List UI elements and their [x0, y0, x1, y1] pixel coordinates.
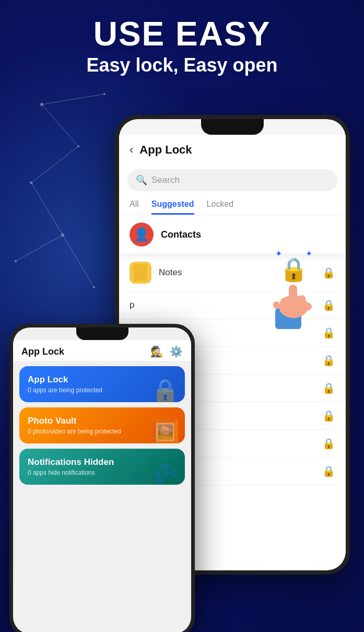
lock-icon-7: 🔒: [322, 409, 335, 422]
phone-front-screen: App Lock 🕵️ ⚙️ App Lock 0 apps are being…: [13, 327, 191, 632]
header-subtitle: Easy lock, Easy open: [0, 54, 364, 76]
notifications-hidden-icon: 💤: [151, 460, 180, 485]
hand-pointer-icon: [265, 279, 322, 339]
back-arrow-icon[interactable]: ‹: [130, 143, 133, 157]
interaction-overlay: ✦ ✦ 🔒: [265, 256, 322, 339]
lock-icon-4: 🔒: [322, 326, 335, 339]
photo-vault-card[interactable]: Photo Vault 0 photo/video are being prot…: [19, 407, 185, 443]
app-lock-card[interactable]: App Lock 0 apps are being protected 🔒: [19, 366, 185, 402]
notes-lock-icon: 🔒: [322, 266, 335, 279]
svg-rect-15: [289, 285, 297, 306]
phone-front-notch: [76, 327, 128, 340]
lock-icon-5: 🔒: [322, 354, 335, 367]
phone-back-notch: [201, 119, 264, 135]
phone-front-header: App Lock 🕵️ ⚙️: [13, 340, 191, 361]
search-bar[interactable]: 🔍 Search: [127, 169, 337, 191]
contacts-app-icon: 👤: [130, 223, 154, 247]
notes-icon-inner: [134, 264, 147, 281]
app-lock-card-icon: 🔒: [151, 377, 180, 402]
svg-rect-17: [280, 298, 288, 308]
svg-point-19: [301, 302, 312, 311]
dashboard-cards: App Lock 0 apps are being protected 🔒 Ph…: [13, 361, 191, 632]
contacts-app-name: Contacts: [161, 229, 335, 240]
tab-all[interactable]: All: [130, 200, 139, 215]
search-placeholder: Search: [151, 175, 180, 185]
front-header-icons: 🕵️ ⚙️: [150, 345, 183, 358]
lock-icon-9: 🔒: [322, 465, 335, 477]
lock-icon-6: 🔒: [322, 382, 335, 394]
app-lock-screen-title: App Lock: [139, 143, 192, 157]
notes-app-icon: [130, 262, 151, 284]
phone-front-title: App Lock: [21, 346, 64, 357]
tabs: All Suggested Locked: [119, 195, 346, 215]
phone-front: App Lock 🕵️ ⚙️ App Lock 0 apps are being…: [9, 324, 195, 632]
notifications-hidden-card[interactable]: Notifications Hidden 0 apps hide notific…: [19, 449, 185, 485]
header: USE EASY Easy lock, Easy open: [0, 16, 364, 76]
svg-rect-18: [273, 301, 279, 309]
person-icon: 👤: [134, 227, 149, 242]
lock-icon-8: 🔒: [322, 437, 335, 450]
lock-icon-3: 🔒: [322, 299, 335, 311]
app-lock-header: ‹ App Lock: [119, 135, 346, 165]
tab-locked[interactable]: Locked: [207, 200, 234, 215]
settings-icon[interactable]: ⚙️: [170, 345, 183, 358]
tab-suggested[interactable]: Suggested: [151, 200, 194, 215]
incognito-icon[interactable]: 🕵️: [150, 345, 163, 358]
animated-lock-icon: ✦ ✦ 🔒: [279, 256, 308, 283]
search-icon: 🔍: [136, 174, 147, 186]
photo-vault-card-icon: 🖼️: [151, 418, 180, 443]
header-title: USE EASY: [0, 16, 364, 52]
